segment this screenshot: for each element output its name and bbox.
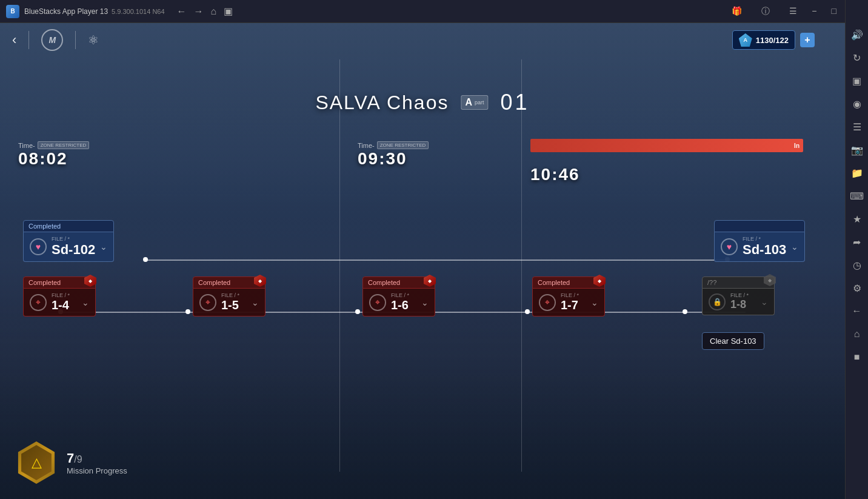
special-node-sd103[interactable]: ♥ FILE / * Sd-103 ⌄ xyxy=(714,220,805,262)
sd103-file: FILE / * xyxy=(743,236,786,242)
progress-badge: △ xyxy=(15,441,58,484)
camera-icon[interactable]: 📷 xyxy=(848,141,866,159)
minimize-button[interactable]: − xyxy=(808,5,820,18)
progress-text: 7/9 Mission Progress xyxy=(67,450,127,475)
node16-status: Completed xyxy=(368,279,400,286)
titlebar: B BlueStacks App Player 13 5.9.300.1014 … xyxy=(0,0,868,23)
connector-dot-6 xyxy=(525,309,530,314)
time-display-1: Time- ZONE RESTRICTED 08:02 xyxy=(18,141,89,169)
resource-display: A 1130/122 xyxy=(732,30,795,50)
node15-status: Completed xyxy=(198,279,230,286)
progress-current: 7 xyxy=(67,450,74,466)
connector-dot-4 xyxy=(185,309,190,314)
record-icon[interactable]: ◉ xyxy=(848,95,866,113)
network-icon[interactable]: ⚛ xyxy=(88,33,99,47)
sd103-code: Sd-103 xyxy=(743,242,786,258)
node17-level: 1-7 xyxy=(561,298,579,312)
node14-arrow: ⌄ xyxy=(82,298,89,307)
node14-badge: ◆ xyxy=(84,275,96,287)
home-sidebar-icon[interactable]: ⌂ xyxy=(848,325,866,343)
app-subtitle: 5.9.300.1014 N64 xyxy=(112,8,164,15)
combat-node-1-6[interactable]: Completed ◆ ⌖ FILE / * 1-6 ⌄ xyxy=(362,276,435,316)
arrow-left-icon[interactable]: ← xyxy=(848,302,866,320)
progress-total: /9 xyxy=(74,454,82,464)
time-value-2: 09:30 xyxy=(358,149,429,169)
folder-icon[interactable]: 📁 xyxy=(848,164,866,182)
node15-top: Completed ◆ xyxy=(193,276,265,289)
node18-arrow: ⌄ xyxy=(761,297,768,307)
node15-level: 1-5 xyxy=(221,298,239,312)
stack-icon[interactable]: ◷ xyxy=(848,256,866,274)
info-icon[interactable]: ⓘ xyxy=(758,5,773,18)
menu-icon[interactable]: ☰ xyxy=(786,5,801,18)
node15-file: FILE / * xyxy=(221,292,239,298)
node14-level: 1-4 xyxy=(52,298,70,312)
sd102-body: ♥ FILE / * Sd-102 ⌄ xyxy=(23,232,114,262)
titlebar-back-icon[interactable]: ← xyxy=(177,6,187,17)
node16-body: ⌖ FILE / * 1-6 ⌄ xyxy=(362,289,435,316)
combat-node-1-4[interactable]: Completed ◆ ⌖ FILE / * 1-4 ⌄ xyxy=(23,276,96,316)
zone-divider-1 xyxy=(339,59,340,472)
game-back-button[interactable]: ‹ xyxy=(12,32,16,48)
sd102-status: Completed xyxy=(28,223,61,230)
game-area: ‹ M ⚛ A 1130/122 + SALVA Chaos A part 01… xyxy=(0,23,845,499)
screenshot-icon[interactable]: ▣ xyxy=(848,72,866,90)
gear-icon[interactable]: ⚙ xyxy=(848,279,866,297)
sd102-top: Completed xyxy=(23,220,114,232)
zone-badge-2: ZONE RESTRICTED xyxy=(377,141,429,149)
red-zone-bar: In xyxy=(530,139,803,152)
titlebar-forward-icon[interactable]: → xyxy=(194,6,204,17)
mission-title: SALVA Chaos A part 01 xyxy=(315,90,529,115)
node18-level: 1-8 xyxy=(730,298,749,311)
sd103-top xyxy=(714,220,805,232)
target-icon-14: ⌖ xyxy=(30,294,47,311)
mission-tag: A part xyxy=(461,95,488,110)
keyboard-icon[interactable]: ⌨ xyxy=(848,187,866,205)
progress-badge-icon: △ xyxy=(32,455,42,471)
titlebar-home-icon[interactable]: ⌂ xyxy=(211,6,217,17)
maximize-button[interactable]: □ xyxy=(828,5,840,18)
sd102-file: FILE / * xyxy=(52,236,95,242)
add-resource-button[interactable]: + xyxy=(800,33,815,47)
node18-top: /?? ◆ xyxy=(702,276,775,289)
node14-file: FILE / * xyxy=(52,292,70,298)
mission-tag-sub: part xyxy=(475,99,484,105)
tooltip-box: Clear Sd-103 xyxy=(702,332,764,350)
titlebar-tabs-icon[interactable]: ▣ xyxy=(224,5,233,17)
node15-arrow: ⌄ xyxy=(252,298,259,307)
separator2 xyxy=(75,31,76,49)
star-icon[interactable]: ★ xyxy=(848,210,866,228)
combat-node-1-7[interactable]: Completed ◆ ⌖ FILE / * 1-7 ⌄ xyxy=(532,276,605,316)
node14-status: Completed xyxy=(28,279,61,286)
connector-dot-5 xyxy=(355,309,360,314)
combat-node-1-5[interactable]: Completed ◆ ⌖ FILE / * 1-5 ⌄ xyxy=(193,276,265,316)
separator xyxy=(28,31,29,49)
sd102-arrow: ⌄ xyxy=(100,242,107,252)
node14-body: ⌖ FILE / * 1-4 ⌄ xyxy=(23,289,96,316)
time-value-1: 08:02 xyxy=(18,149,89,169)
zone-badge-1: ZONE RESTRICTED xyxy=(38,141,90,149)
mission-icon[interactable]: M xyxy=(41,29,63,51)
back-sidebar-icon[interactable]: ■ xyxy=(848,348,866,366)
node14-top: Completed ◆ xyxy=(23,276,96,289)
time-value-3: 10:46 xyxy=(530,165,601,184)
time-display-2: Time- ZONE RESTRICTED 09:30 xyxy=(358,141,429,169)
volume-icon[interactable]: 🔊 xyxy=(848,25,866,44)
special-node-sd102[interactable]: Completed ♥ FILE / * Sd-102 ⌄ xyxy=(23,220,114,262)
target-icon-17: ⌖ xyxy=(539,294,556,311)
layers-icon[interactable]: ☰ xyxy=(848,118,866,136)
app-icon: B xyxy=(6,5,19,18)
share-icon[interactable]: ➦ xyxy=(848,233,866,251)
locked-node-1-8[interactable]: /?? ◆ 🔒 FILE / * 1-8 ⌄ xyxy=(702,276,775,315)
node18-body: 🔒 FILE / * 1-8 ⌄ xyxy=(702,289,775,315)
resource-bar: A 1130/122 + xyxy=(732,30,815,50)
node17-arrow: ⌄ xyxy=(591,298,598,307)
node17-status: Completed xyxy=(538,279,570,286)
m-icon: M xyxy=(48,35,56,45)
tooltip-text: Clear Sd-103 xyxy=(710,337,756,346)
gift-icon[interactable]: 🎁 xyxy=(728,5,746,18)
progress-label: Mission Progress xyxy=(67,466,127,475)
heart-icon-sd102: ♥ xyxy=(30,238,47,255)
refresh-icon[interactable]: ↻ xyxy=(848,49,866,67)
node17-top: Completed ◆ xyxy=(532,276,605,289)
